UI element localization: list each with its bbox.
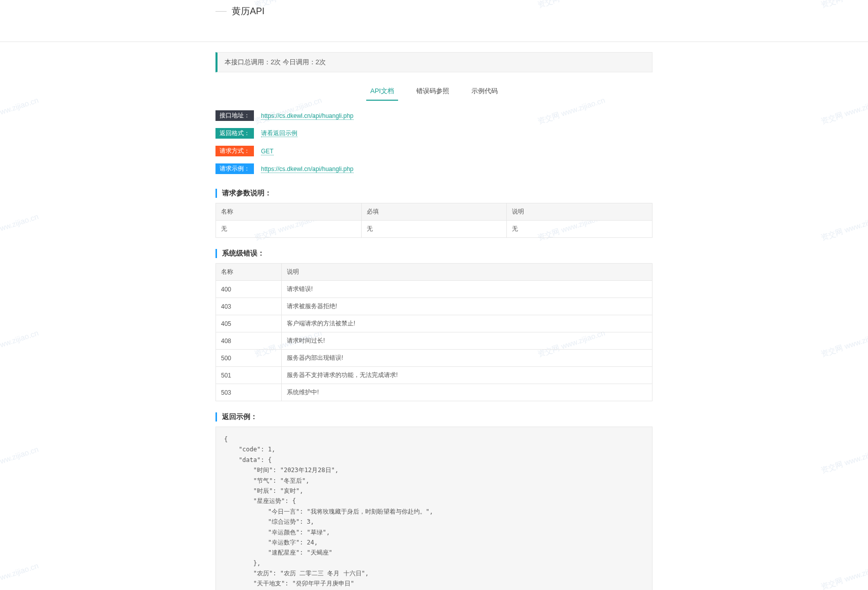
error-code-cell: 503 xyxy=(216,384,282,401)
title-dash-icon xyxy=(215,11,227,12)
error-desc-cell: 请求时间过长! xyxy=(282,332,653,350)
request-method-value: GET xyxy=(261,148,274,155)
page-title: 黄历API xyxy=(232,5,265,17)
api-info-list: 接口地址： https://cs.dkewl.cn/api/huangli.ph… xyxy=(215,107,653,178)
table-row: 405客户端请求的方法被禁止! xyxy=(216,315,653,332)
tab-example-code[interactable]: 示例代码 xyxy=(470,83,499,101)
table-cell: 无 xyxy=(216,221,362,238)
watermark-text: 资交网 www.zijiao.cn xyxy=(0,561,40,590)
table-row: 501服务器不支持请求的功能，无法完成请求! xyxy=(216,367,653,384)
watermark-text: 资交网 www.zijiao.cn xyxy=(819,561,868,590)
params-col-desc: 说明 xyxy=(507,203,653,221)
error-desc-cell: 服务器不支持请求的功能，无法完成请求! xyxy=(282,367,653,384)
return-format-value: 请看返回示例 xyxy=(261,130,297,137)
table-row: 500服务器内部出现错误! xyxy=(216,350,653,367)
errors-col-desc: 说明 xyxy=(282,264,653,281)
params-col-name: 名称 xyxy=(216,203,362,221)
errors-table: 名称 说明 400请求错误!403请求被服务器拒绝!405客户端请求的方法被禁止… xyxy=(215,263,653,401)
error-desc-cell: 请求被服务器拒绝! xyxy=(282,298,653,315)
watermark-text: 资交网 www.zijiao.cn xyxy=(0,445,40,476)
section-header-params: 请求参数说明： xyxy=(215,189,653,198)
error-code-cell: 403 xyxy=(216,298,282,315)
params-table: 名称 必填 说明 无无无 xyxy=(215,203,653,238)
section-header-errors: 系统级错误： xyxy=(215,249,653,258)
usage-text: 本接口总调用：2次 今日调用：2次 xyxy=(225,58,326,66)
error-desc-cell: 服务器内部出现错误! xyxy=(282,350,653,367)
watermark-text: 资交网 www.zijiao.cn xyxy=(819,445,868,476)
watermark-text: 资交网 www.zijiao.cn xyxy=(819,212,868,243)
usage-banner: 本接口总调用：2次 今日调用：2次 xyxy=(215,52,653,72)
table-row: 无无无 xyxy=(216,221,653,238)
tab-api-doc[interactable]: API文档 xyxy=(369,83,395,101)
watermark-text: 资交网 www.zijiao.cn xyxy=(819,328,868,359)
request-example-link[interactable]: https://cs.dkewl.cn/api/huangli.php xyxy=(261,165,354,173)
divider xyxy=(0,41,868,42)
section-header-response: 返回示例： xyxy=(215,412,653,422)
return-format-label: 返回格式： xyxy=(215,128,254,139)
request-example-label: 请求示例： xyxy=(215,163,254,174)
watermark-text: 资交网 www.zijiao.cn xyxy=(819,0,868,10)
error-desc-cell: 系统维护中! xyxy=(282,384,653,401)
api-address-label: 接口地址： xyxy=(215,110,254,121)
watermark-text: 资交网 www.zijiao.cn xyxy=(0,212,40,243)
watermark-text: 资交网 www.zijiao.cn xyxy=(0,0,40,10)
table-row: 403请求被服务器拒绝! xyxy=(216,298,653,315)
errors-col-name: 名称 xyxy=(216,264,282,281)
watermark-text: 资交网 www.zijiao.cn xyxy=(0,328,40,359)
error-code-cell: 501 xyxy=(216,367,282,384)
table-row: 400请求错误! xyxy=(216,281,653,298)
watermark-text: 资交网 www.zijiao.cn xyxy=(0,96,40,127)
table-cell: 无 xyxy=(507,221,653,238)
error-code-cell: 405 xyxy=(216,315,282,332)
tab-error-codes[interactable]: 错误码参照 xyxy=(415,83,450,101)
params-col-required: 必填 xyxy=(361,203,507,221)
request-method-label: 请求方式： xyxy=(215,146,254,156)
table-row: 408请求时间过长! xyxy=(216,332,653,350)
error-desc-cell: 请求错误! xyxy=(282,281,653,298)
page-title-row: 黄历API xyxy=(215,0,653,21)
error-desc-cell: 客户端请求的方法被禁止! xyxy=(282,315,653,332)
table-cell: 无 xyxy=(361,221,507,238)
table-row: 503系统维护中! xyxy=(216,384,653,401)
api-address-link[interactable]: https://cs.dkewl.cn/api/huangli.php xyxy=(261,112,354,120)
error-code-cell: 500 xyxy=(216,350,282,367)
response-example-code: { "code": 1, "data": { "时间": "2023年12月28… xyxy=(215,427,653,590)
error-code-cell: 408 xyxy=(216,332,282,350)
watermark-text: 资交网 www.zijiao.cn xyxy=(819,96,868,127)
tabs: API文档 错误码参照 示例代码 xyxy=(215,83,653,101)
error-code-cell: 400 xyxy=(216,281,282,298)
